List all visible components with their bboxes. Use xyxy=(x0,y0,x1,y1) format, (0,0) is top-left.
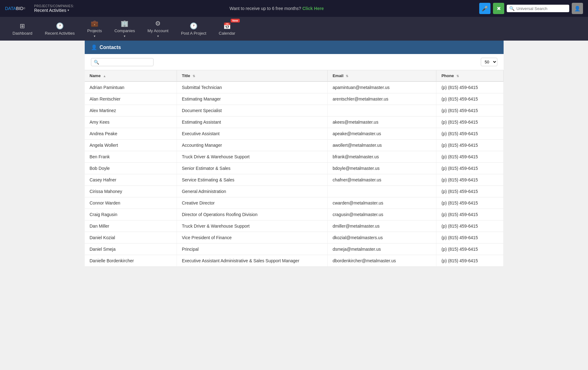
phone-sort-icon: ⇅ xyxy=(456,74,459,78)
nav-recent-activities[interactable]: 🕐 Recent Activities xyxy=(39,17,81,41)
avatar[interactable]: 👤 xyxy=(572,3,583,14)
cell-phone: (p) (815) 459-6415 xyxy=(436,81,503,93)
grid-button[interactable]: ✖ xyxy=(493,3,504,14)
recent-activities-icon: 🕐 xyxy=(56,22,64,30)
cell-name: Daniel Kozial xyxy=(85,232,177,244)
cell-email: arentschler@metalmaster.us xyxy=(327,93,436,105)
cell-title: Director of Operations Roofing Division xyxy=(177,209,327,220)
table-row[interactable]: Connor Warden Creative Director cwarden@… xyxy=(85,197,504,209)
table-row[interactable]: Danielle Bordenkircher Executive Assista… xyxy=(85,255,504,267)
avatar-icon: 👤 xyxy=(574,6,580,12)
cell-name: Angela Wollert xyxy=(85,140,177,151)
cell-name: Amy Kees xyxy=(85,116,177,128)
cell-email: awollert@metalmaster.us xyxy=(327,140,436,151)
nav-my-account[interactable]: ⚙ My Account ▾ xyxy=(141,17,175,41)
companies-chevron-icon: ▾ xyxy=(124,34,125,38)
cell-phone: (p) (815) 459-6415 xyxy=(436,197,503,209)
nav-dashboard-label: Dashboard xyxy=(13,31,33,36)
table-row[interactable]: Cirissa Mahoney General Administration (… xyxy=(85,186,504,197)
nav-post-a-project[interactable]: 🕐 Post A Project xyxy=(175,17,213,41)
table-row[interactable]: Bob Doyle Senior Estimator & Sales bdoyl… xyxy=(85,163,504,174)
logo-data: DATA xyxy=(5,6,16,11)
dashboard-icon: ⊞ xyxy=(20,22,25,30)
table-row[interactable]: Alan Rentschier Estimating Manager arent… xyxy=(85,93,504,105)
nav-calendar-label: Calendar xyxy=(219,31,235,36)
search-row: 🔍 50 xyxy=(85,54,504,70)
promo-banner: Want to receive up to 6 free months? Cli… xyxy=(78,6,475,11)
table-row[interactable]: Ben Frank Truck Driver & Warehouse Suppo… xyxy=(85,151,504,163)
mic-icon: 🎤 xyxy=(482,6,488,12)
cell-title: Executive Assistant xyxy=(177,128,327,140)
nav-recent-activities-label: Recent Activities xyxy=(45,31,75,36)
nav-projects-label: Projects xyxy=(87,28,102,33)
table-row[interactable]: Angela Wollert Accounting Manager awolle… xyxy=(85,140,504,151)
cell-phone: (p) (815) 459-6415 xyxy=(436,140,503,151)
cell-name: Dan Miller xyxy=(85,220,177,232)
new-badge: New xyxy=(231,19,240,22)
cell-title: Estimating Assistant xyxy=(177,116,327,128)
cell-email: dbordenkircher@metalmaster.us xyxy=(327,255,436,267)
projects-dropdown[interactable]: PROJECTS/COMPANIES: Recent Activities ▾ xyxy=(34,4,74,13)
cell-title: Estimating Manager xyxy=(177,93,327,105)
cell-email: chafner@metalmaster.us xyxy=(327,174,436,186)
cell-title: Truck Driver & Warehouse Support xyxy=(177,151,327,163)
table-row[interactable]: Alex Martinez Document Specialist (p) (8… xyxy=(85,105,504,116)
col-header-phone[interactable]: Phone ⇅ xyxy=(436,70,503,81)
universal-search-input[interactable] xyxy=(516,6,567,11)
contacts-icon: 👤 xyxy=(91,44,97,50)
col-header-email[interactable]: Email ⇅ xyxy=(327,70,436,81)
col-header-title[interactable]: Title ⇅ xyxy=(177,70,327,81)
title-sort-icon: ⇅ xyxy=(193,74,195,78)
cell-name: Connor Warden xyxy=(85,197,177,209)
nav-new-calendar[interactable]: New 📅 Calendar xyxy=(213,17,242,41)
logo: DATABID® xyxy=(5,6,25,11)
name-sort-icon: ▲ xyxy=(103,74,106,78)
promo-link[interactable]: Click Here xyxy=(302,6,324,11)
col-header-name[interactable]: Name ▲ xyxy=(85,70,177,81)
universal-search-box[interactable]: 🔍 xyxy=(507,5,569,12)
cell-phone: (p) (815) 459-6415 xyxy=(436,209,503,220)
nav-dashboard[interactable]: ⊞ Dashboard xyxy=(6,17,39,41)
projects-value[interactable]: Recent Activities ▾ xyxy=(34,8,74,13)
cell-name: Alex Martinez xyxy=(85,105,177,116)
cell-email: apeake@metalmaster.us xyxy=(327,128,436,140)
post-project-icon: 🕐 xyxy=(190,22,198,30)
cell-phone: (p) (815) 459-6415 xyxy=(436,151,503,163)
my-account-icon: ⚙ xyxy=(155,20,161,27)
logo-reg: ® xyxy=(23,7,26,10)
table-header-row: Name ▲ Title ⇅ Email ⇅ Phone ⇅ xyxy=(85,70,504,81)
projects-label: PROJECTS/COMPANIES: xyxy=(34,4,74,8)
table-row[interactable]: Casey Hafner Service Estimating & Sales … xyxy=(85,174,504,186)
cell-phone: (p) (815) 459-6415 xyxy=(436,93,503,105)
table-row[interactable]: Adrian Pamintuan Submittal Technician ap… xyxy=(85,81,504,93)
cell-phone: (p) (815) 459-6415 xyxy=(436,255,503,267)
cell-phone: (p) (815) 459-6415 xyxy=(436,116,503,128)
cell-title: Accounting Manager xyxy=(177,140,327,151)
table-row[interactable]: Amy Kees Estimating Assistant akees@meta… xyxy=(85,116,504,128)
cell-phone: (p) (815) 459-6415 xyxy=(436,174,503,186)
mic-button[interactable]: 🎤 xyxy=(479,3,490,14)
nav-projects[interactable]: 💼 Projects ▾ xyxy=(81,17,108,41)
logo-bid: BID xyxy=(16,6,23,11)
cell-email xyxy=(327,105,436,116)
chevron-down-icon: ▾ xyxy=(68,8,69,12)
per-page-select[interactable]: 50 xyxy=(481,58,497,66)
cell-name: Cirissa Mahoney xyxy=(85,186,177,197)
cell-email: dkozial@metalmasters.us xyxy=(327,232,436,244)
contact-search-input[interactable] xyxy=(101,60,151,64)
search-icon: 🔍 xyxy=(509,6,515,11)
nav-companies[interactable]: 🏢 Companies ▾ xyxy=(108,17,141,41)
table-row[interactable]: Dan Miller Truck Driver & Warehouse Supp… xyxy=(85,220,504,232)
nav-companies-label: Companies xyxy=(114,28,135,33)
cell-title: Vice President of Finance xyxy=(177,232,327,244)
cell-phone: (p) (815) 459-6415 xyxy=(436,163,503,174)
contacts-table: Name ▲ Title ⇅ Email ⇅ Phone ⇅ Adrian P xyxy=(85,70,504,267)
table-row[interactable]: Daniel Smeja Principal dsmeja@metalmaste… xyxy=(85,244,504,255)
top-bar-actions: 🎤 ✖ 🔍 👤 xyxy=(479,3,583,14)
contact-search-box[interactable]: 🔍 xyxy=(91,58,153,66)
table-row[interactable]: Andrea Peake Executive Assistant apeake@… xyxy=(85,128,504,140)
table-row[interactable]: Daniel Kozial Vice President of Finance … xyxy=(85,232,504,244)
table-row[interactable]: Craig Ragusin Director of Operations Roo… xyxy=(85,209,504,220)
companies-icon: 🏢 xyxy=(121,20,128,27)
contact-search-icon: 🔍 xyxy=(94,60,99,65)
